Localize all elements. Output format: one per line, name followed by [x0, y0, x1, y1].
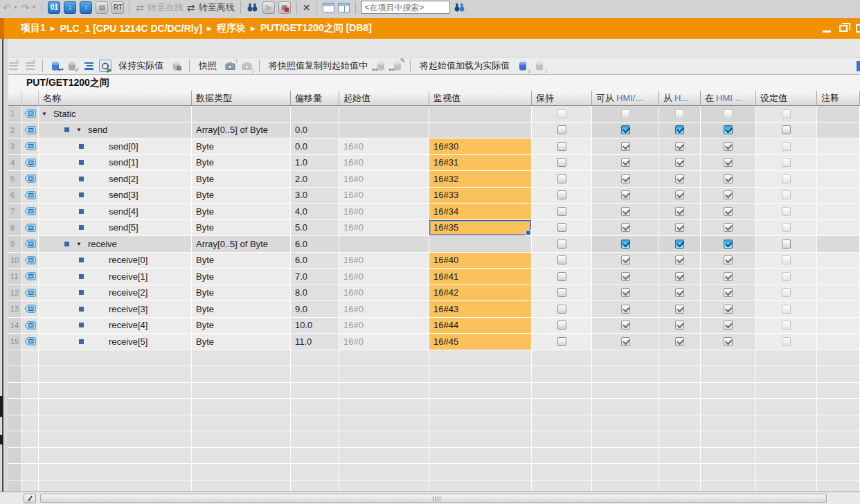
hmi-visible-checkbox[interactable]: [724, 109, 733, 118]
column-header-datatype[interactable]: 数据类型: [192, 91, 291, 106]
cell-start-value[interactable]: 16#0: [339, 220, 429, 237]
hmi-accessible-checkbox[interactable]: [621, 288, 630, 297]
setpoint-checkbox[interactable]: [782, 272, 791, 281]
hmi-visible-checkbox[interactable]: [724, 223, 733, 232]
column-header-offset[interactable]: 偏移量: [291, 91, 339, 106]
column-header-start[interactable]: 起始值: [339, 91, 429, 106]
hmi-writable-checkbox[interactable]: [675, 190, 684, 199]
split-editor-horizontal-icon[interactable]: [323, 3, 334, 12]
insert-row-icon[interactable]: ✳: [7, 60, 19, 72]
hmi-accessible-checkbox[interactable]: [621, 255, 630, 264]
cell-name[interactable]: ▼ receive: [39, 236, 192, 253]
cell-datatype[interactable]: Byte: [192, 269, 291, 285]
hmi-visible-checkbox[interactable]: [724, 240, 733, 249]
row-number[interactable]: 4: [8, 155, 22, 172]
retain-checkbox[interactable]: [557, 207, 566, 216]
cell-monitor-value[interactable]: 16#41: [429, 269, 532, 285]
upload-from-device-icon[interactable]: ↑: [80, 1, 92, 14]
cell-comment[interactable]: [817, 155, 860, 172]
cell-name[interactable]: ▼ send[0]: [39, 138, 192, 155]
close-button-partial[interactable]: [856, 24, 860, 33]
row-number[interactable]: 5: [8, 171, 22, 188]
reset-start-values-icon[interactable]: ↩: [49, 60, 62, 72]
hmi-accessible-checkbox[interactable]: [621, 240, 630, 249]
setpoint-checkbox[interactable]: [782, 321, 791, 330]
hmi-writable-checkbox[interactable]: [675, 321, 684, 330]
retain-checkbox[interactable]: [557, 288, 566, 297]
retain-checkbox[interactable]: [557, 321, 566, 330]
setpoint-checkbox[interactable]: [782, 240, 791, 249]
row-number[interactable]: 12: [8, 285, 22, 302]
hmi-accessible-checkbox[interactable]: [621, 305, 630, 314]
cell-name[interactable]: ▼ send[2]: [39, 171, 192, 188]
row-number[interactable]: 7: [8, 204, 22, 220]
cell-comment[interactable]: [817, 318, 860, 334]
hmi-writable-checkbox[interactable]: [675, 207, 684, 216]
hmi-writable-checkbox[interactable]: [675, 174, 684, 183]
hmi-accessible-checkbox[interactable]: [621, 158, 630, 167]
row-number[interactable]: 9: [8, 236, 22, 253]
setpoint-checkbox[interactable]: [782, 337, 791, 346]
cell-name[interactable]: ▼ receive[1]: [39, 269, 192, 285]
splitter-handle[interactable]: [0, 435, 3, 444]
restore-button[interactable]: [839, 25, 848, 32]
cell-name[interactable]: ▼ Static: [39, 106, 192, 123]
copy-snapshot-to-start-label[interactable]: 将快照值复制到起始值中: [269, 60, 368, 72]
cell-monitor-value[interactable]: 16#34: [429, 204, 532, 220]
hmi-accessible-checkbox[interactable]: [621, 190, 630, 199]
cell-datatype[interactable]: Byte: [192, 204, 291, 220]
hmi-writable-checkbox[interactable]: [675, 240, 684, 249]
download-to-device-icon[interactable]: ↓: [64, 1, 76, 14]
row-number[interactable]: 6: [8, 188, 22, 204]
load-start-values-icon[interactable]: ↓: [517, 60, 529, 72]
cell-datatype[interactable]: Byte: [192, 138, 291, 155]
toolbar-overflow-icon[interactable]: [857, 61, 860, 71]
column-header-setpoint[interactable]: 设定值: [756, 91, 817, 106]
copy-snapshot-setpoints-icon[interactable]: ↤✎: [391, 60, 404, 72]
hmi-visible-checkbox[interactable]: [724, 125, 733, 134]
cell-datatype[interactable]: Byte: [192, 220, 291, 237]
monitor-all-button[interactable]: ▶: [99, 60, 111, 72]
column-header-name[interactable]: 名称: [39, 91, 192, 106]
row-number[interactable]: 3: [8, 138, 22, 155]
setpoint-checkbox[interactable]: [782, 255, 791, 264]
row-number[interactable]: 15: [8, 334, 22, 350]
setpoint-checkbox[interactable]: [782, 190, 791, 199]
hmi-visible-checkbox[interactable]: [724, 174, 733, 183]
cell-monitor-value[interactable]: 16#42: [429, 285, 532, 302]
cell-name[interactable]: ▼ send: [39, 123, 192, 139]
search-project-icon[interactable]: [454, 1, 466, 14]
hmi-accessible-checkbox[interactable]: [621, 125, 630, 134]
row-number[interactable]: 8: [8, 220, 22, 237]
load-setpoints-icon[interactable]: ↓: [533, 60, 546, 72]
cell-start-value[interactable]: 16#0: [339, 301, 429, 318]
cell-comment[interactable]: [817, 253, 860, 269]
go-offline-button[interactable]: 转至离线: [199, 1, 235, 14]
cell-monitor-value[interactable]: 16#43: [429, 301, 532, 318]
scrollbar-corner-button[interactable]: [24, 494, 36, 503]
splitter-handle[interactable]: [0, 396, 3, 417]
cell-name[interactable]: ▼ receive[4]: [39, 318, 192, 334]
hmi-writable-checkbox[interactable]: [675, 142, 684, 151]
column-header-hmi_acc[interactable]: 可从HMI/...: [592, 91, 659, 106]
cell-start-value[interactable]: [339, 106, 429, 123]
hmi-accessible-checkbox[interactable]: [621, 174, 630, 183]
horizontal-scrollbar[interactable]: [0, 492, 860, 504]
cell-monitor-value[interactable]: 16#30: [429, 138, 532, 155]
cell-start-value[interactable]: 16#0: [339, 318, 429, 334]
retain-checkbox[interactable]: [557, 158, 566, 167]
column-header-hmi_vis[interactable]: 在HMI ...: [701, 91, 756, 106]
retain-checkbox[interactable]: [557, 255, 566, 264]
update-interface-icon[interactable]: ✓: [66, 60, 78, 72]
breadcrumb-program-blocks[interactable]: 程序块: [217, 22, 246, 35]
cell-monitor-value[interactable]: 16#32: [429, 171, 532, 188]
hmi-visible-checkbox[interactable]: [724, 190, 733, 199]
hmi-visible-checkbox[interactable]: [724, 321, 733, 330]
cell-comment[interactable]: [817, 269, 860, 285]
hmi-visible-checkbox[interactable]: [724, 288, 733, 297]
column-header-hmi_wr[interactable]: 从H...: [659, 91, 701, 106]
expand-all-members-icon[interactable]: [82, 60, 95, 72]
cell-monitor-value[interactable]: 16#44: [429, 318, 532, 334]
cell-name[interactable]: ▼ send[3]: [39, 188, 192, 204]
cell-monitor-value[interactable]: 16#33: [429, 188, 532, 204]
